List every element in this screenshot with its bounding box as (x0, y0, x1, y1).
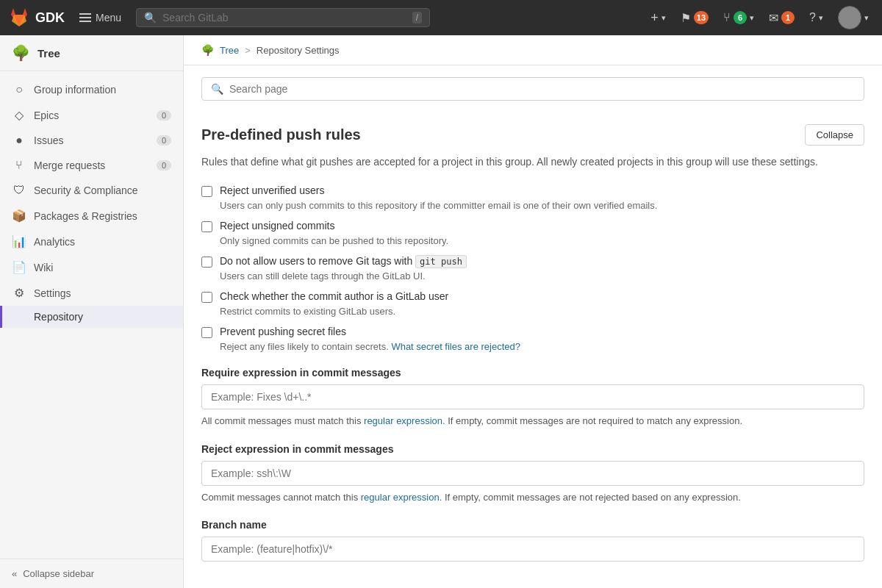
git-push-code: git push (415, 255, 467, 268)
group-name: Tree (37, 47, 60, 60)
inbox-button[interactable]: ✉ 1 (764, 8, 799, 28)
reject-unsigned-checkbox[interactable] (201, 221, 212, 232)
commit-expression-input[interactable] (201, 384, 864, 409)
merge-badge: 6 (734, 11, 747, 24)
sidebar-item-repository[interactable]: Repository (0, 306, 183, 328)
sidebar-item-wiki[interactable]: 📄 Wiki (0, 254, 183, 280)
hamburger-icon (79, 13, 91, 22)
chevron-create-icon: ▾ (662, 13, 666, 23)
collapse-sidebar-button[interactable]: « Collapse sidebar (0, 559, 183, 588)
reject-unverified-sub: Users can only push commits to this repo… (220, 200, 864, 211)
main-content: 🌳 Tree > Repository Settings 🔍 Pre-defin… (184, 35, 882, 588)
secret-files-link[interactable]: What secret files are rejected? (391, 341, 520, 352)
breadcrumb-group-link[interactable]: Tree (220, 45, 239, 56)
menu-label: Menu (96, 12, 121, 24)
user-menu-button[interactable]: ▾ (833, 3, 873, 32)
chevron-mr-icon: ▾ (750, 13, 754, 23)
epics-icon: ◇ (12, 108, 26, 122)
sidebar-item-label: Security & Compliance (34, 184, 171, 196)
sidebar: 🌳 Tree ○ Group information ◇ Epics 0 ● I… (0, 35, 184, 588)
sidebar-item-group-information[interactable]: ○ Group information (0, 77, 183, 102)
checkbox-prevent-secrets: Prevent pushing secret files Reject any … (201, 326, 864, 352)
commit-expression-section: Require expression in commit messages Al… (201, 367, 864, 429)
collapse-button[interactable]: Collapse (805, 124, 864, 146)
app-name: GDK (35, 10, 65, 26)
plus-icon: + (650, 10, 659, 26)
help-button[interactable]: ? ▾ (805, 8, 828, 27)
chevron-help-icon: ▾ (819, 13, 823, 23)
sidebar-item-label: Analytics (34, 236, 171, 248)
navbar: GDK Menu 🔍 / + ▾ ⚑ 13 ⑂ 6 ▾ ✉ 1 ? (0, 0, 882, 35)
merge-requests-badge: 0 (157, 160, 171, 171)
reject-unsigned-label[interactable]: Reject unsigned commits (220, 220, 334, 232)
commit-author-label[interactable]: Check whether the commit author is a Git… (220, 290, 448, 302)
reject-expression-label: Reject expression in commit messages (201, 443, 864, 455)
merge-requests-nav-icon: ⑂ (723, 11, 731, 24)
sidebar-item-merge-requests[interactable]: ⑂ Merge requests 0 (0, 153, 183, 178)
sidebar-item-analytics[interactable]: 📊 Analytics (0, 229, 183, 254)
activity-button[interactable]: ⚑ 13 (676, 8, 713, 28)
commit-author-checkbox[interactable] (201, 292, 212, 303)
branch-name-section: Branch name (201, 519, 864, 562)
sidebar-item-packages-registries[interactable]: 📦 Packages & Registries (0, 203, 183, 229)
commit-expression-label: Require expression in commit messages (201, 367, 864, 379)
sidebar-item-label: Issues (34, 135, 149, 146)
breadcrumb: 🌳 Tree > Repository Settings (184, 35, 882, 65)
page-search-icon: 🔍 (211, 83, 223, 95)
commit-author-sub: Restrict commits to existing GitLab user… (220, 306, 864, 317)
merge-requests-button[interactable]: ⑂ 6 ▾ (719, 8, 759, 27)
commit-expression-link[interactable]: regular expression (364, 415, 442, 426)
reject-unverified-label[interactable]: Reject unverified users (220, 184, 324, 196)
sidebar-nav: ○ Group information ◇ Epics 0 ● Issues 0… (0, 71, 183, 559)
sidebar-item-settings[interactable]: ⚙ Settings (0, 280, 183, 306)
checkbox-reject-unsigned: Reject unsigned commits Only signed comm… (201, 220, 864, 246)
sidebar-item-label: Packages & Registries (34, 210, 171, 222)
reject-expression-hint: Commit messages cannot match this regula… (201, 490, 864, 505)
commit-expression-hint: All commit messages must match this regu… (201, 414, 864, 429)
logo[interactable]: GDK (9, 7, 65, 28)
page-search-box[interactable]: 🔍 (201, 77, 864, 101)
branch-name-label: Branch name (201, 519, 864, 531)
packages-icon: 📦 (12, 209, 26, 223)
prevent-secrets-label[interactable]: Prevent pushing secret files (220, 326, 346, 337)
create-button[interactable]: + ▾ (646, 7, 670, 29)
chevron-user-icon: ▾ (864, 13, 869, 23)
branch-name-input[interactable] (201, 537, 864, 562)
main-layout: 🌳 Tree ○ Group information ◇ Epics 0 ● I… (0, 35, 882, 588)
collapse-icon: « (12, 568, 17, 579)
checkbox-no-git-tags: Do not allow users to remove Git tags wi… (201, 255, 864, 282)
settings-content: Pre-defined push rules Collapse Rules th… (184, 107, 882, 579)
sidebar-item-label: Settings (34, 287, 171, 299)
sidebar-group-header[interactable]: 🌳 Tree (0, 35, 183, 71)
no-git-tags-label[interactable]: Do not allow users to remove Git tags wi… (220, 255, 467, 267)
sidebar-item-epics[interactable]: ◇ Epics 0 (0, 102, 183, 128)
reject-expression-input[interactable] (201, 461, 864, 486)
page-search-section: 🔍 (184, 65, 882, 107)
reject-expression-section: Reject expression in commit messages Com… (201, 443, 864, 505)
activity-badge: 13 (694, 11, 709, 24)
menu-button[interactable]: Menu (74, 9, 127, 26)
avatar (838, 6, 861, 29)
group-icon: 🌳 (12, 44, 30, 62)
help-icon: ? (809, 11, 816, 24)
search-icon: 🔍 (144, 12, 157, 24)
sidebar-item-label: Wiki (34, 262, 171, 273)
breadcrumb-group-icon: 🌳 (201, 44, 214, 56)
sidebar-item-security-compliance[interactable]: 🛡 Security & Compliance (0, 178, 183, 203)
sidebar-item-issues[interactable]: ● Issues 0 (0, 128, 183, 153)
gitlab-logo-icon (9, 7, 29, 28)
no-git-tags-checkbox[interactable] (201, 257, 212, 268)
issues-badge: 0 (157, 135, 171, 146)
section-description: Rules that define what git pushes are ac… (201, 154, 864, 170)
search-shortcut: / (412, 12, 422, 24)
search-input[interactable] (162, 12, 406, 24)
reject-unverified-checkbox[interactable] (201, 186, 212, 197)
prevent-secrets-checkbox[interactable] (201, 327, 212, 338)
inbox-icon: ✉ (769, 11, 778, 25)
collapse-label: Collapse sidebar (23, 568, 94, 579)
activity-icon: ⚑ (681, 11, 691, 25)
sidebar-item-label: Merge requests (34, 159, 149, 171)
reject-expression-link[interactable]: regular expression (361, 492, 440, 503)
global-search[interactable]: 🔍 / (136, 8, 430, 27)
page-search-input[interactable] (229, 83, 855, 95)
